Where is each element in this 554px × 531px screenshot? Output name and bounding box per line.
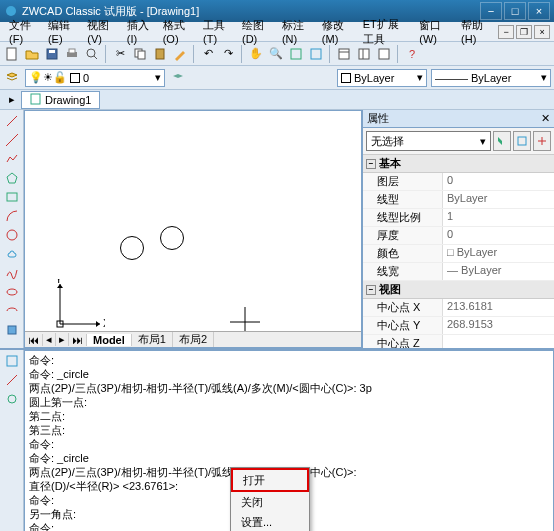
cut-icon[interactable]: ✂ — [111, 45, 129, 63]
circle-entity[interactable] — [160, 226, 184, 250]
menu-bar: 文件(F) 编辑(E) 视图(V) 插入(I) 格式(O) 工具(T) 绘图(D… — [0, 22, 554, 42]
property-row[interactable]: 颜色□ ByLayer — [363, 245, 554, 263]
menu-item-open[interactable]: 打开 — [231, 468, 309, 492]
polygon-icon[interactable] — [2, 169, 22, 187]
insert-icon[interactable] — [2, 321, 22, 339]
layer-prev-icon[interactable] — [169, 69, 187, 87]
menu-draw[interactable]: 绘图(D) — [237, 16, 277, 47]
menu-window[interactable]: 窗口(W) — [414, 16, 456, 47]
menu-insert[interactable]: 插入(I) — [122, 16, 158, 47]
select-objects-icon[interactable] — [513, 131, 531, 151]
paste-icon[interactable] — [151, 45, 169, 63]
maximize-button[interactable]: □ — [504, 2, 526, 20]
revcloud-icon[interactable] — [2, 245, 22, 263]
cmd-tool-icon[interactable] — [3, 352, 21, 370]
property-row[interactable]: 中心点 X213.6181 — [363, 299, 554, 317]
designcenter-icon[interactable] — [355, 45, 373, 63]
zoom-prev-icon[interactable] — [307, 45, 325, 63]
property-row[interactable]: 厚度0 — [363, 227, 554, 245]
rectangle-icon[interactable] — [2, 188, 22, 206]
menu-file[interactable]: 文件(F) — [4, 16, 43, 47]
menu-item-close[interactable]: 关闭 — [231, 492, 309, 512]
svg-rect-3 — [49, 50, 55, 53]
property-row[interactable]: 图层0 — [363, 173, 554, 191]
sun-icon: ☀ — [43, 71, 53, 84]
circle-icon[interactable] — [2, 226, 22, 244]
copy-icon[interactable] — [131, 45, 149, 63]
property-row[interactable]: 线型ByLayer — [363, 191, 554, 209]
zoom-window-icon[interactable] — [287, 45, 305, 63]
line-icon[interactable] — [2, 112, 22, 130]
new-icon[interactable] — [3, 45, 21, 63]
menu-edit[interactable]: 编辑(E) — [43, 16, 82, 47]
drawing-area[interactable]: X Y ⏮ ◂ ▸ ⏭ Model 布局1 布局2 — [24, 110, 362, 348]
menu-help[interactable]: 帮助(H) — [456, 16, 496, 47]
layout2-tab[interactable]: 布局2 — [173, 332, 214, 347]
ellipse-icon[interactable] — [2, 283, 22, 301]
layout-tabs: ⏮ ◂ ▸ ⏭ Model 布局1 布局2 — [25, 331, 361, 347]
tab-next-icon[interactable]: ▸ — [56, 333, 69, 346]
linetype-combo[interactable]: ——— ByLayer ▾ — [431, 69, 551, 87]
tab-prev-icon[interactable]: ◂ — [43, 333, 56, 346]
toolpalette-icon[interactable] — [375, 45, 393, 63]
color-combo[interactable]: ByLayer ▾ — [337, 69, 427, 87]
preview-icon[interactable] — [83, 45, 101, 63]
model-tab[interactable]: Model — [87, 334, 132, 346]
property-row[interactable]: 线宽— ByLayer — [363, 263, 554, 281]
spline-icon[interactable] — [2, 264, 22, 282]
tab-last-icon[interactable]: ⏭ — [69, 334, 87, 346]
redo-icon[interactable]: ↷ — [219, 45, 237, 63]
help-icon[interactable]: ? — [403, 45, 421, 63]
layout1-tab[interactable]: 布局1 — [132, 332, 173, 347]
tab-first-icon[interactable]: ⏮ — [25, 334, 43, 346]
cmd-tool-icon[interactable] — [3, 390, 21, 408]
toggle-pickadd-icon[interactable] — [533, 131, 551, 151]
cmd-tool-icon[interactable] — [3, 371, 21, 389]
menu-modify[interactable]: 修改(M) — [317, 16, 358, 47]
pan-icon[interactable]: ✋ — [247, 45, 265, 63]
svg-rect-21 — [7, 193, 17, 201]
chevron-down-icon: ▾ — [480, 135, 486, 148]
arc-icon[interactable] — [2, 207, 22, 225]
command-line[interactable]: 命令:命令: _circle两点(2P)/三点(3P)/相切-相切-半径(T)/… — [24, 350, 554, 531]
menu-dim[interactable]: 标注(N) — [277, 16, 317, 47]
svg-rect-14 — [359, 49, 369, 59]
pline-icon[interactable] — [2, 150, 22, 168]
print-icon[interactable] — [63, 45, 81, 63]
mdi-close[interactable]: × — [534, 25, 550, 39]
tab-nav-icon[interactable]: ▸ — [3, 91, 21, 109]
zoom-icon[interactable]: 🔍 — [267, 45, 285, 63]
menu-view[interactable]: 视图(V) — [82, 16, 121, 47]
matchprop-icon[interactable] — [171, 45, 189, 63]
xline-icon[interactable] — [2, 131, 22, 149]
menu-format[interactable]: 格式(O) — [158, 16, 198, 47]
circle-entity[interactable] — [120, 236, 144, 260]
ellipse-arc-icon[interactable] — [2, 302, 22, 320]
cmd-line: 命令: _circle — [29, 451, 549, 465]
selection-combo[interactable]: 无选择 ▾ — [366, 131, 491, 151]
layer-combo[interactable]: 💡 ☀ 🔓 0 ▾ — [25, 69, 165, 87]
property-grid[interactable]: −基本图层0线型ByLayer线型比例1厚度0颜色□ ByLayer线宽— By… — [363, 155, 554, 348]
expand-icon[interactable]: − — [366, 285, 376, 295]
menu-tools[interactable]: 工具(T) — [198, 16, 237, 47]
save-icon[interactable] — [43, 45, 61, 63]
menu-et[interactable]: ET扩展工具 — [358, 15, 415, 49]
svg-rect-5 — [69, 49, 75, 53]
close-button[interactable]: × — [528, 2, 550, 20]
panel-close-icon[interactable]: ✕ — [541, 112, 550, 125]
property-row[interactable]: 中心点 Y268.9153 — [363, 317, 554, 335]
property-row[interactable]: 中心点 Z — [363, 335, 554, 348]
property-row[interactable]: 线型比例1 — [363, 209, 554, 227]
layer-manager-icon[interactable] — [3, 69, 21, 87]
properties-icon[interactable] — [335, 45, 353, 63]
menu-item-settings[interactable]: 设置... — [231, 512, 309, 531]
expand-icon[interactable]: − — [366, 159, 376, 169]
layer-name: 0 — [83, 72, 89, 84]
mdi-minimize[interactable]: − — [498, 25, 514, 39]
open-icon[interactable] — [23, 45, 41, 63]
quickselect-icon[interactable] — [493, 131, 511, 151]
cmd-line: 圆上第一点: — [29, 395, 549, 409]
mdi-restore[interactable]: ❐ — [516, 25, 532, 39]
undo-icon[interactable]: ↶ — [199, 45, 217, 63]
doc-tab[interactable]: Drawing1 — [21, 91, 100, 109]
